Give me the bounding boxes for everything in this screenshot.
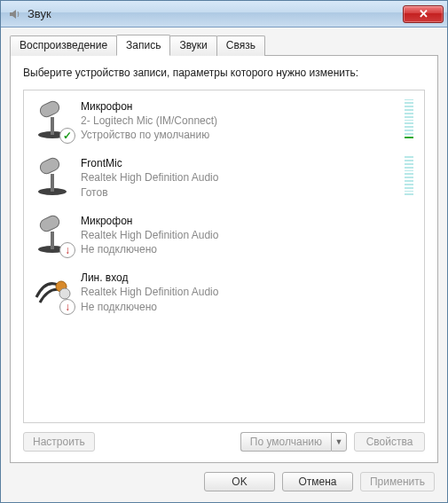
sound-dialog: Звук ✕ Воспроизведение Запись Звуки Связ…: [0, 0, 448, 503]
set-default-label: По умолчанию: [240, 432, 331, 452]
tablist: Воспроизведение Запись Звуки Связь: [10, 35, 438, 56]
device-status: Не подключено: [81, 242, 417, 256]
device-item[interactable]: ↓МикрофонRealtek High Definition AudioНе…: [28, 208, 420, 266]
panel-button-row: Настроить По умолчанию ▼ Свойства: [23, 432, 425, 452]
device-item[interactable]: FrontMicRealtek High Definition AudioГот…: [28, 151, 420, 208]
device-name: Микрофон: [81, 99, 397, 114]
device-name: Микрофон: [81, 214, 417, 228]
ok-button[interactable]: OK: [204, 472, 275, 491]
level-meter: [405, 156, 413, 195]
microphone-icon: ↓: [31, 214, 74, 256]
properties-button[interactable]: Свойства: [354, 432, 425, 452]
level-meter: [405, 99, 413, 138]
device-item[interactable]: ↓Лин. входRealtek High Definition AudioН…: [28, 265, 420, 323]
apply-button[interactable]: Применить: [360, 472, 435, 491]
device-status: Готов: [81, 185, 397, 200]
close-button[interactable]: ✕: [403, 5, 444, 23]
speaker-icon: [8, 7, 22, 21]
set-default-dropdown[interactable]: ▼: [331, 432, 347, 452]
arrow-down-icon: ↓: [59, 242, 75, 258]
tab-sounds[interactable]: Звуки: [169, 35, 216, 56]
svg-rect-1: [51, 117, 54, 135]
close-icon: ✕: [419, 7, 428, 20]
device-subline: Realtek High Definition Audio: [81, 170, 397, 185]
device-info: Лин. входRealtek High Definition AudioНе…: [81, 271, 417, 314]
titlebar[interactable]: Звук ✕: [1, 1, 447, 28]
dialog-button-row: OK Отмена Применить: [10, 463, 438, 493]
device-list[interactable]: ✓Микрофон2- Logitech Mic (IM/Connect)Уст…: [23, 90, 425, 423]
device-subline: 2- Logitech Mic (IM/Connect): [81, 114, 397, 128]
device-info: FrontMicRealtek High Definition AudioГот…: [81, 156, 397, 200]
cancel-button[interactable]: Отмена: [282, 472, 353, 491]
instruction-text: Выберите устройство записи, параметры ко…: [23, 67, 425, 81]
tab-panel-recording: Выберите устройство записи, параметры ко…: [10, 55, 438, 463]
set-default-split-button[interactable]: По умолчанию ▼: [240, 432, 347, 452]
device-info: МикрофонRealtek High Definition AudioНе …: [81, 214, 417, 257]
device-subline: Realtek High Definition Audio: [81, 285, 417, 299]
device-status: Устройство по умолчанию: [81, 128, 397, 142]
window-title: Звук: [28, 7, 403, 20]
svg-point-13: [59, 288, 70, 299]
svg-rect-5: [51, 174, 54, 192]
device-status: Не подключено: [81, 300, 417, 314]
microphone-icon: [31, 156, 74, 199]
device-name: FrontMic: [81, 156, 397, 170]
device-item[interactable]: ✓Микрофон2- Logitech Mic (IM/Connect)Уст…: [28, 94, 420, 152]
check-icon: ✓: [59, 128, 75, 144]
client-area: Воспроизведение Запись Звуки Связь Выбер…: [1, 28, 447, 502]
tab-recording[interactable]: Запись: [116, 35, 170, 56]
svg-rect-9: [51, 232, 54, 249]
microphone-icon: ✓: [31, 99, 74, 142]
line-in-icon: ↓: [31, 271, 74, 313]
device-subline: Realtek High Definition Audio: [81, 228, 417, 242]
tab-playback[interactable]: Воспроизведение: [10, 35, 117, 56]
tab-communications[interactable]: Связь: [216, 35, 265, 56]
configure-button[interactable]: Настроить: [23, 432, 95, 452]
device-info: Микрофон2- Logitech Mic (IM/Connect)Устр…: [81, 99, 397, 143]
device-name: Лин. вход: [81, 271, 417, 285]
